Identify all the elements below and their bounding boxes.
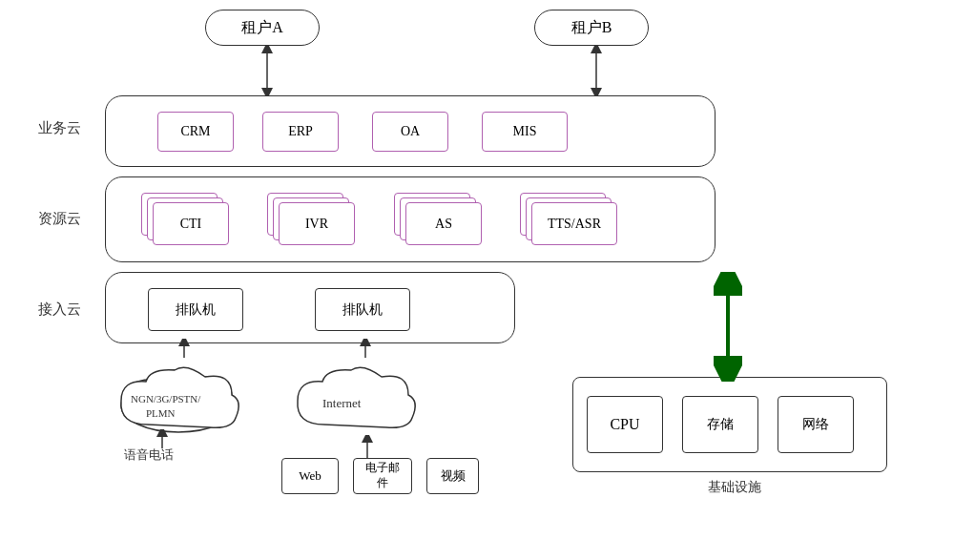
arrow-voice <box>153 429 172 450</box>
arrow-bottom-internet <box>358 435 377 461</box>
email-box: 电子邮件 <box>353 458 412 494</box>
network-box: 网络 <box>778 396 854 453</box>
diagram: 租户A 租户B 业务云 CRM ERP <box>0 0 954 560</box>
arrow-tenant-b <box>582 46 611 98</box>
ngn-cloud: NGN/3G/PSTN/ PLMN <box>110 353 248 439</box>
tts-box: TTS/ASR <box>531 202 617 245</box>
resource-label: 资源云 <box>38 210 81 228</box>
as-box: AS <box>405 202 482 245</box>
svg-text:PLMN: PLMN <box>146 407 176 419</box>
mis-box: MIS <box>482 112 568 152</box>
svg-text:NGN/3G/PSTN/: NGN/3G/PSTN/ <box>131 393 201 404</box>
queue1-box: 排队机 <box>148 288 243 331</box>
arrow-ngn-access <box>175 339 194 360</box>
tenant-b: 租户B <box>534 10 649 46</box>
svg-text:Internet: Internet <box>322 396 362 410</box>
arrow-internet-access <box>356 339 375 360</box>
tenant-a: 租户A <box>205 10 320 46</box>
business-label: 业务云 <box>38 119 81 137</box>
erp-box: ERP <box>262 112 339 152</box>
access-label: 接入云 <box>38 301 81 319</box>
arrow-infra <box>714 272 742 382</box>
video-box: 视频 <box>426 458 479 494</box>
web-box: Web <box>281 458 339 494</box>
crm-box: CRM <box>157 112 234 152</box>
internet-cloud: Internet <box>286 353 425 439</box>
cti-box: CTI <box>153 202 229 245</box>
storage-box: 存储 <box>682 396 758 453</box>
cpu-box: CPU <box>587 396 663 453</box>
oa-box: OA <box>372 112 448 152</box>
infra-label: 基础设施 <box>687 479 782 496</box>
arrow-tenant-a <box>253 46 281 98</box>
queue2-box: 排队机 <box>315 288 410 331</box>
ivr-box: IVR <box>279 202 355 245</box>
